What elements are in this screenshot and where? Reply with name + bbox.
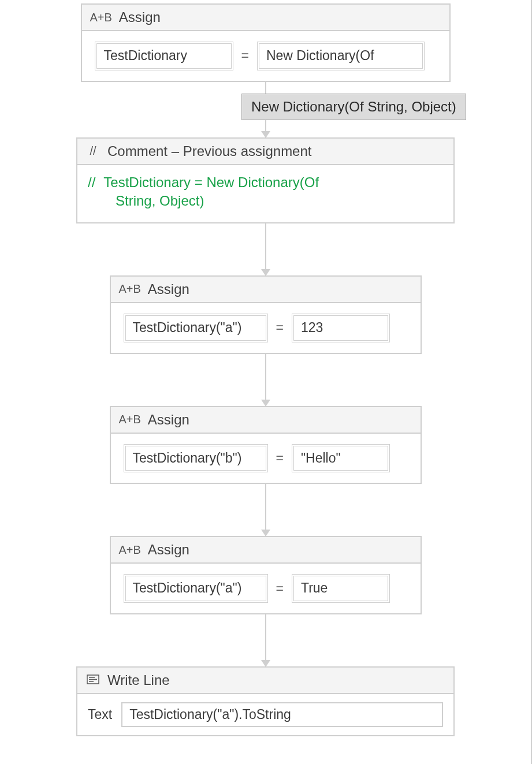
assign-value-field[interactable]: New Dictionary(Of <box>257 42 425 70</box>
equals-sign: = <box>239 48 251 64</box>
activity-body: Text TestDictionary("a").ToString <box>77 694 453 735</box>
activity-header: A+B Assign <box>111 277 421 303</box>
comment-activity[interactable]: // Comment – Previous assignment // Test… <box>76 137 455 223</box>
assign-value-field[interactable]: True <box>292 574 390 603</box>
write-line-icon <box>85 674 101 686</box>
write-line-activity[interactable]: Write Line Text TestDictionary("a").ToSt… <box>76 666 455 736</box>
comment-text-line2: String, Object) <box>116 192 443 210</box>
workflow-canvas[interactable]: New Dictionary(Of String, Object) A+B As… <box>0 0 532 764</box>
equals-sign: = <box>274 450 286 466</box>
comment-body: // TestDictionary = New Dictionary(Of St… <box>77 165 453 222</box>
equals-sign: = <box>274 320 286 336</box>
activity-header: A+B Assign <box>111 407 421 434</box>
activity-header: A+B Assign <box>82 5 449 31</box>
assign-activity-4[interactable]: A+B Assign TestDictionary("a") = True <box>110 536 422 614</box>
connector-arrow <box>265 223 266 275</box>
activity-header: // Comment – Previous assignment <box>77 139 453 165</box>
assign-activity-2[interactable]: A+B Assign TestDictionary("a") = 123 <box>110 275 422 354</box>
assign-to-field[interactable]: TestDictionary("a") <box>124 314 268 342</box>
assign-to-field[interactable]: TestDictionary("a") <box>124 574 268 603</box>
assign-icon: A+B <box>119 413 141 426</box>
assign-value-field[interactable]: 123 <box>292 314 390 342</box>
activity-header: Write Line <box>77 668 453 694</box>
assign-icon: A+B <box>119 543 141 557</box>
comment-icon: // <box>85 144 101 158</box>
write-line-text-field[interactable]: TestDictionary("a").ToString <box>121 702 443 727</box>
activity-header: A+B Assign <box>111 537 421 564</box>
activity-title: Assign <box>148 281 189 297</box>
assign-activity-1[interactable]: A+B Assign TestDictionary = New Dictiona… <box>81 3 451 82</box>
activity-body: TestDictionary("a") = True <box>111 564 421 613</box>
activity-title: Assign <box>148 412 189 428</box>
assign-icon: A+B <box>90 11 112 24</box>
equals-sign: = <box>274 581 286 597</box>
activity-body: TestDictionary = New Dictionary(Of <box>82 31 449 81</box>
activity-title: Assign <box>119 9 161 25</box>
assign-to-field[interactable]: TestDictionary <box>95 42 233 70</box>
assign-activity-3[interactable]: A+B Assign TestDictionary("b") = "Hello" <box>110 406 422 485</box>
activity-body: TestDictionary("a") = 123 <box>111 303 421 353</box>
assign-to-field[interactable]: TestDictionary("b") <box>124 444 268 473</box>
activity-title: Write Line <box>107 672 170 688</box>
connector-arrow <box>265 614 266 666</box>
activity-body: TestDictionary("b") = "Hello" <box>111 434 421 483</box>
assign-icon: A+B <box>119 282 141 296</box>
comment-text-line1: TestDictionary = New Dictionary(Of <box>103 173 319 192</box>
expression-tooltip: New Dictionary(Of String, Object) <box>241 94 466 120</box>
comment-prefix: // <box>88 173 95 192</box>
assign-value-field[interactable]: "Hello" <box>292 444 390 473</box>
activity-title: Comment – Previous assignment <box>107 143 311 159</box>
activity-title: Assign <box>148 542 189 558</box>
connector-arrow <box>265 484 266 536</box>
write-line-text-label: Text <box>88 707 112 722</box>
connector-arrow <box>265 354 266 406</box>
